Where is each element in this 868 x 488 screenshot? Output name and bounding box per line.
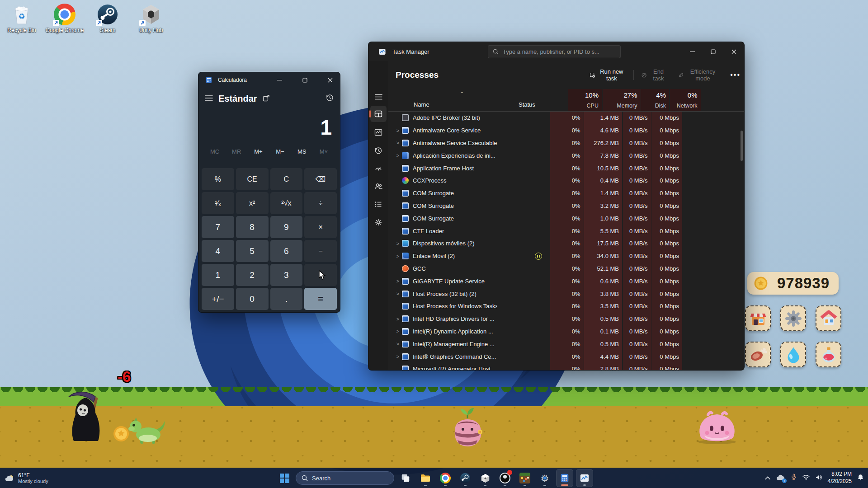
process-row[interactable]: GCC0%52.1 MB0 MB/s0 Mbps (388, 263, 744, 275)
calculator-taskbar-button[interactable] (556, 469, 573, 487)
calc-key-¹⁄ₓ[interactable]: ¹⁄ₓ (202, 192, 234, 214)
process-row[interactable]: CCXProcess0%0.4 MB0 MB/s0 Mbps (388, 174, 744, 187)
close-button[interactable] (723, 42, 744, 61)
desktop-icon-chrome[interactable]: Google Chrome (45, 4, 84, 33)
obs-button[interactable] (496, 469, 514, 487)
reaper-pet[interactable] (64, 389, 111, 446)
lizard-pet[interactable] (127, 413, 167, 445)
more-options-icon[interactable]: ••• (726, 68, 744, 82)
calc-key-x²[interactable]: x² (236, 192, 269, 214)
memory-button-MR[interactable]: MR (227, 148, 245, 155)
settings-button[interactable] (780, 305, 806, 331)
steam-button[interactable] (457, 469, 474, 487)
process-row[interactable]: Host Process for Windows Tasks0%3.5 MB0 … (388, 300, 744, 313)
process-row[interactable]: Adobe IPC Broker (32 bit)0%1.4 MB0 MB/s0… (388, 112, 744, 124)
expand-chevron-icon[interactable]: > (394, 316, 402, 322)
process-row[interactable]: COM Surrogate0%3.2 MB0 MB/s0 Mbps (388, 200, 744, 212)
process-row[interactable]: Application Frame Host0%10.5 MB0 MB/s0 M… (388, 162, 744, 174)
history-icon[interactable] (326, 94, 334, 103)
hidden-icons-chevron[interactable] (764, 474, 771, 482)
process-row[interactable]: >Antimalware Core Service0%4.6 MB0 MB/s0… (388, 124, 744, 137)
process-row[interactable]: Microsoft (R) Aggregator Host0%2.8 MB0 M… (388, 363, 744, 371)
shop-button[interactable] (745, 305, 771, 331)
weather-widget[interactable]: 61°F Mostly cloudy (5, 472, 48, 484)
process-row[interactable]: COM Surrogate0%1.4 MB0 MB/s0 Mbps (388, 187, 744, 200)
task-manager-taskbar-button[interactable] (576, 469, 593, 487)
keep-on-top-icon[interactable] (263, 94, 270, 103)
maximize-button[interactable] (703, 42, 723, 61)
pixel-game-button[interactable] (516, 469, 533, 487)
slime-pet[interactable] (694, 409, 740, 445)
calc-key-=[interactable]: = (304, 288, 337, 310)
memory-button-MC[interactable]: MC (206, 148, 224, 155)
process-row[interactable]: >Antimalware Service Executable0%276.2 M… (388, 137, 744, 150)
calc-key-4[interactable]: 4 (202, 240, 234, 262)
volume-icon[interactable] (815, 474, 823, 483)
calc-key-CE[interactable]: CE (236, 168, 269, 190)
expand-chevron-icon[interactable]: > (394, 354, 402, 359)
menu-icon[interactable] (205, 95, 213, 103)
calc-key-−[interactable]: − (304, 240, 337, 262)
close-button[interactable] (320, 72, 340, 88)
process-row[interactable]: >Intel HD Graphics Drivers for ...0%0.5 … (388, 313, 744, 325)
taskbar-search-input[interactable]: Search (296, 471, 394, 485)
desktop-icon-recycle-bin[interactable]: ♻ Recycle Bin (2, 4, 41, 33)
sidebar-item-app-history[interactable] (370, 142, 387, 159)
calc-key-×[interactable]: × (304, 216, 337, 238)
sidebar-menu-icon[interactable] (370, 89, 387, 105)
memory-button-M+[interactable]: M+ (249, 148, 267, 155)
calc-key-8[interactable]: 8 (236, 216, 269, 238)
maximize-button[interactable] (295, 72, 315, 88)
calc-key-+/−[interactable]: +/− (202, 288, 234, 310)
sidebar-item-details[interactable] (370, 196, 387, 212)
process-row[interactable]: COM Surrogate0%1.0 MB0 MB/s0 Mbps (388, 212, 744, 225)
calc-key-1[interactable]: 1 (202, 264, 234, 286)
memory-button-M−[interactable]: M− (271, 148, 289, 155)
potion-button[interactable] (816, 342, 841, 367)
process-row[interactable]: >Intel(R) Dynamic Application ...0%0.1 M… (388, 325, 744, 338)
calc-key-.[interactable]: . (270, 288, 303, 310)
process-row[interactable]: >Intel(R) Management Engine ...0%0.5 MB0… (388, 338, 744, 350)
process-row[interactable]: CTF Loader0%5.5 MB0 MB/s0 Mbps (388, 225, 744, 237)
task-manager-search-input[interactable]: Type a name, publisher, or PID to s... (488, 45, 621, 58)
process-row[interactable]: >Intel® Graphics Command Ce...0%4.4 MB0 … (388, 350, 744, 363)
minimize-button[interactable] (269, 72, 289, 88)
expand-chevron-icon[interactable]: > (394, 241, 402, 246)
notification-bell-icon[interactable]: z (857, 474, 864, 483)
expand-chevron-icon[interactable]: > (394, 140, 402, 145)
calculator-titlebar[interactable]: Calculadora (198, 72, 340, 88)
column-disk[interactable]: 4%Disk (641, 89, 669, 111)
sidebar-item-users[interactable] (370, 178, 387, 194)
column-memory[interactable]: 27%Memory (603, 89, 641, 111)
settings-button[interactable]: ⚙ (536, 469, 553, 487)
microphone-icon[interactable] (791, 473, 797, 483)
expand-chevron-icon[interactable]: > (394, 328, 402, 334)
expand-chevron-icon[interactable]: > (394, 291, 402, 296)
sidebar-item-services[interactable] (370, 214, 387, 230)
process-row[interactable]: >Enlace Móvil (2)0%34.0 MB0 MB/s0 Mbps (388, 250, 744, 263)
column-network[interactable]: 0%Network (670, 89, 701, 111)
home-button[interactable] (816, 305, 841, 331)
desktop-icon-unity-hub[interactable]: Unity Hub (132, 4, 170, 33)
wifi-icon[interactable] (802, 474, 810, 482)
desktop-icon-steam[interactable]: Steam (88, 4, 127, 33)
process-row[interactable]: >Dispositivos móviles (2)0%17.5 MB0 MB/s… (388, 237, 744, 250)
expand-chevron-icon[interactable]: > (394, 128, 402, 133)
scrollbar[interactable] (741, 112, 743, 371)
process-row[interactable]: >Aplicación Experiencias de ini...0%7.8 … (388, 149, 744, 162)
water-button[interactable] (780, 342, 806, 367)
start-button[interactable] (276, 469, 293, 487)
calc-key-5[interactable]: 5 (236, 240, 269, 262)
calc-key-9[interactable]: 9 (270, 216, 303, 238)
task-manager-titlebar[interactable]: Task Manager Type a name, publisher, or … (368, 42, 744, 61)
run-new-task-button[interactable]: Run new task (586, 66, 629, 84)
calc-key-C[interactable]: C (270, 168, 303, 190)
gamemaker-button[interactable] (476, 469, 494, 487)
sidebar-item-processes[interactable] (370, 106, 387, 122)
calc-key-0[interactable]: 0 (236, 288, 269, 310)
calc-key-%[interactable]: % (202, 168, 234, 190)
calc-key-6[interactable]: 6 (270, 240, 303, 262)
file-explorer-button[interactable] (417, 469, 434, 487)
process-row[interactable]: >Host Process (32 bit) (2)0%3.8 MB0 MB/s… (388, 287, 744, 300)
column-cpu[interactable]: 10%CPU (568, 89, 602, 111)
